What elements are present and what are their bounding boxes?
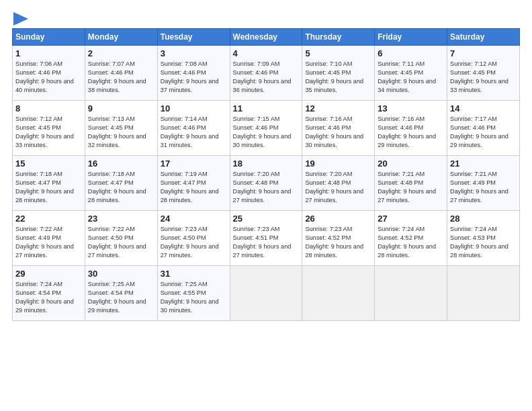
cell-info: Sunrise: 7:12 AMSunset: 4:45 PMDaylight:… — [450, 60, 508, 93]
day-number: 6 — [378, 48, 444, 58]
day-number: 24 — [161, 214, 227, 224]
calendar-cell: 5Sunrise: 7:10 AMSunset: 4:45 PMDaylight… — [302, 46, 375, 101]
day-number: 31 — [161, 269, 227, 279]
calendar-cell: 18Sunrise: 7:20 AMSunset: 4:48 PMDayligh… — [230, 156, 302, 211]
day-header-sunday: Sunday — [13, 29, 85, 46]
cell-info: Sunrise: 7:12 AMSunset: 4:45 PMDaylight:… — [15, 116, 74, 148]
day-number: 21 — [450, 158, 517, 169]
calendar-cell: 8Sunrise: 7:12 AMSunset: 4:45 PMDaylight… — [13, 101, 85, 156]
day-number: 5 — [305, 48, 371, 58]
cell-info: Sunrise: 7:17 AMSunset: 4:46 PMDaylight:… — [450, 116, 508, 148]
header-row-days: SundayMondayTuesdayWednesdayThursdayFrid… — [13, 29, 520, 46]
cell-info: Sunrise: 7:24 AMSunset: 4:53 PMDaylight:… — [450, 226, 508, 259]
calendar-table: SundayMondayTuesdayWednesdayThursdayFrid… — [12, 28, 520, 321]
logo — [12, 12, 28, 24]
cell-info: Sunrise: 7:25 AMSunset: 4:54 PMDaylight:… — [88, 281, 146, 314]
calendar-cell: 20Sunrise: 7:21 AMSunset: 4:48 PMDayligh… — [375, 156, 447, 211]
day-number: 2 — [88, 48, 154, 58]
calendar-cell — [302, 266, 375, 321]
logo-icon — [13, 12, 28, 26]
cell-info: Sunrise: 7:20 AMSunset: 4:48 PMDaylight:… — [305, 171, 363, 203]
day-number: 25 — [233, 214, 300, 224]
calendar-cell — [375, 266, 447, 321]
day-header-thursday: Thursday — [302, 29, 375, 46]
calendar-cell: 12Sunrise: 7:16 AMSunset: 4:46 PMDayligh… — [302, 101, 375, 156]
calendar-cell: 17Sunrise: 7:19 AMSunset: 4:47 PMDayligh… — [157, 156, 230, 211]
cell-info: Sunrise: 7:24 AMSunset: 4:52 PMDaylight:… — [378, 226, 436, 259]
main-container: SundayMondayTuesdayWednesdayThursdayFrid… — [0, 0, 532, 328]
cell-info: Sunrise: 7:06 AMSunset: 4:46 PMDaylight:… — [15, 60, 74, 93]
cell-info: Sunrise: 7:08 AMSunset: 4:46 PMDaylight:… — [161, 60, 219, 93]
cell-info: Sunrise: 7:24 AMSunset: 4:54 PMDaylight:… — [15, 281, 74, 314]
day-number: 9 — [88, 103, 154, 113]
cell-info: Sunrise: 7:20 AMSunset: 4:48 PMDaylight:… — [233, 171, 292, 203]
week-row-3: 15Sunrise: 7:18 AMSunset: 4:47 PMDayligh… — [13, 156, 520, 211]
day-number: 13 — [378, 103, 444, 113]
calendar-cell: 15Sunrise: 7:18 AMSunset: 4:47 PMDayligh… — [13, 156, 85, 211]
day-number: 11 — [233, 103, 300, 113]
calendar-cell: 29Sunrise: 7:24 AMSunset: 4:54 PMDayligh… — [13, 266, 85, 321]
calendar-cell: 4Sunrise: 7:09 AMSunset: 4:46 PMDaylight… — [230, 46, 302, 101]
day-number: 10 — [161, 103, 227, 113]
calendar-cell: 27Sunrise: 7:24 AMSunset: 4:52 PMDayligh… — [375, 211, 447, 266]
day-number: 7 — [450, 48, 517, 58]
calendar-cell: 13Sunrise: 7:16 AMSunset: 4:46 PMDayligh… — [375, 101, 447, 156]
calendar-cell: 6Sunrise: 7:11 AMSunset: 4:45 PMDaylight… — [375, 46, 447, 101]
calendar-cell: 28Sunrise: 7:24 AMSunset: 4:53 PMDayligh… — [447, 211, 520, 266]
day-header-tuesday: Tuesday — [157, 29, 230, 46]
calendar-cell: 16Sunrise: 7:18 AMSunset: 4:47 PMDayligh… — [85, 156, 157, 211]
header-row — [12, 12, 520, 24]
day-number: 19 — [305, 158, 371, 169]
day-number: 29 — [15, 269, 82, 279]
calendar-cell — [447, 266, 520, 321]
day-number: 4 — [233, 48, 300, 58]
day-number: 20 — [378, 158, 444, 169]
cell-info: Sunrise: 7:22 AMSunset: 4:49 PMDaylight:… — [15, 226, 74, 259]
day-number: 8 — [15, 103, 82, 113]
day-header-saturday: Saturday — [447, 29, 520, 46]
day-number: 27 — [378, 214, 444, 224]
day-number: 22 — [15, 214, 82, 224]
cell-info: Sunrise: 7:14 AMSunset: 4:46 PMDaylight:… — [161, 116, 219, 148]
calendar-cell: 21Sunrise: 7:21 AMSunset: 4:49 PMDayligh… — [447, 156, 520, 211]
calendar-cell: 3Sunrise: 7:08 AMSunset: 4:46 PMDaylight… — [157, 46, 230, 101]
cell-info: Sunrise: 7:19 AMSunset: 4:47 PMDaylight:… — [161, 171, 219, 203]
day-number: 16 — [88, 158, 154, 169]
day-number: 30 — [88, 269, 154, 279]
calendar-cell: 7Sunrise: 7:12 AMSunset: 4:45 PMDaylight… — [447, 46, 520, 101]
calendar-cell: 19Sunrise: 7:20 AMSunset: 4:48 PMDayligh… — [302, 156, 375, 211]
cell-info: Sunrise: 7:07 AMSunset: 4:46 PMDaylight:… — [88, 60, 146, 93]
calendar-cell: 9Sunrise: 7:13 AMSunset: 4:45 PMDaylight… — [85, 101, 157, 156]
cell-info: Sunrise: 7:11 AMSunset: 4:45 PMDaylight:… — [378, 60, 436, 93]
cell-info: Sunrise: 7:18 AMSunset: 4:47 PMDaylight:… — [88, 171, 146, 203]
day-header-friday: Friday — [375, 29, 447, 46]
calendar-cell: 23Sunrise: 7:22 AMSunset: 4:50 PMDayligh… — [85, 211, 157, 266]
calendar-cell: 30Sunrise: 7:25 AMSunset: 4:54 PMDayligh… — [85, 266, 157, 321]
cell-info: Sunrise: 7:22 AMSunset: 4:50 PMDaylight:… — [88, 226, 146, 259]
calendar-cell: 31Sunrise: 7:25 AMSunset: 4:55 PMDayligh… — [157, 266, 230, 321]
cell-info: Sunrise: 7:21 AMSunset: 4:49 PMDaylight:… — [450, 171, 508, 203]
cell-info: Sunrise: 7:16 AMSunset: 4:46 PMDaylight:… — [378, 116, 436, 148]
calendar-cell: 2Sunrise: 7:07 AMSunset: 4:46 PMDaylight… — [85, 46, 157, 101]
week-row-4: 22Sunrise: 7:22 AMSunset: 4:49 PMDayligh… — [13, 211, 520, 266]
cell-info: Sunrise: 7:23 AMSunset: 4:50 PMDaylight:… — [161, 226, 219, 259]
calendar-cell: 11Sunrise: 7:15 AMSunset: 4:46 PMDayligh… — [230, 101, 302, 156]
day-number: 15 — [15, 158, 82, 169]
cell-info: Sunrise: 7:25 AMSunset: 4:55 PMDaylight:… — [161, 281, 219, 314]
calendar-cell: 22Sunrise: 7:22 AMSunset: 4:49 PMDayligh… — [13, 211, 85, 266]
week-row-1: 1Sunrise: 7:06 AMSunset: 4:46 PMDaylight… — [13, 46, 520, 101]
day-number: 17 — [161, 158, 227, 169]
day-number: 12 — [305, 103, 371, 113]
cell-info: Sunrise: 7:09 AMSunset: 4:46 PMDaylight:… — [233, 60, 292, 93]
day-number: 18 — [233, 158, 300, 169]
cell-info: Sunrise: 7:23 AMSunset: 4:51 PMDaylight:… — [233, 226, 292, 259]
day-header-wednesday: Wednesday — [230, 29, 302, 46]
cell-info: Sunrise: 7:15 AMSunset: 4:46 PMDaylight:… — [233, 116, 292, 148]
week-row-2: 8Sunrise: 7:12 AMSunset: 4:45 PMDaylight… — [13, 101, 520, 156]
calendar-cell: 26Sunrise: 7:23 AMSunset: 4:52 PMDayligh… — [302, 211, 375, 266]
day-header-monday: Monday — [85, 29, 157, 46]
day-number: 28 — [450, 214, 517, 224]
cell-info: Sunrise: 7:13 AMSunset: 4:45 PMDaylight:… — [88, 116, 146, 148]
week-row-5: 29Sunrise: 7:24 AMSunset: 4:54 PMDayligh… — [13, 266, 520, 321]
calendar-cell — [230, 266, 302, 321]
